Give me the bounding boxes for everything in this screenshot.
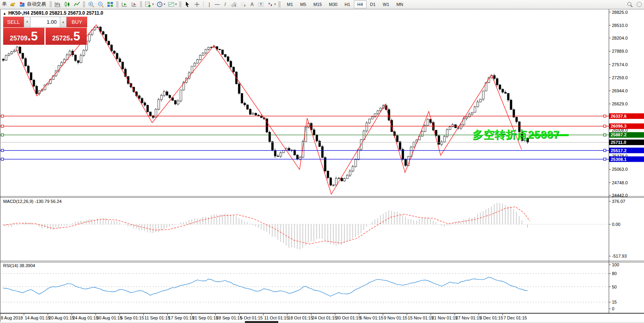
- scrollbar-thumb: [245, 321, 278, 323]
- dropdown-caret[interactable]: ▾: [152, 2, 154, 6]
- shapes-tool[interactable]: ▾: [266, 0, 277, 8]
- line-handle: [1, 158, 4, 161]
- one-click-trade-panel: SELL ▼ 1.00 ▲ BUY 25709.5 25725.5: [3, 17, 87, 45]
- candle-body: [80, 55, 82, 63]
- candle-body: [247, 105, 248, 109]
- gold-icon[interactable]: [8, 0, 17, 8]
- rsi-axis-label: 15: [612, 300, 617, 304]
- sell-price-button[interactable]: 25709.5: [3, 28, 44, 45]
- zoom-out-icon[interactable]: [96, 0, 105, 8]
- candle-body: [468, 114, 470, 117]
- volume-increase-button[interactable]: ▲: [60, 17, 67, 27]
- date-axis-label: 5 Sep 01:15: [120, 315, 144, 320]
- buy-button[interactable]: BUY: [67, 17, 87, 27]
- timeframe-button-m15[interactable]: M15: [310, 0, 325, 8]
- svg-text:E: E: [235, 4, 237, 7]
- auto-trading-button[interactable]: 自动交易: [17, 0, 48, 8]
- candle-body: [443, 136, 445, 142]
- sell-button[interactable]: SELL: [3, 17, 24, 27]
- trendline-tool[interactable]: /: [221, 0, 229, 8]
- timeframe-button-m1[interactable]: M1: [283, 0, 296, 8]
- candle-body: [227, 57, 229, 61]
- timeframe-button-mn[interactable]: MN: [393, 0, 407, 8]
- collapse-panel-icon[interactable]: ▲: [3, 11, 6, 15]
- timeframe-button-m30[interactable]: M30: [325, 0, 341, 8]
- price-tag-label: 26337.6: [611, 114, 627, 118]
- candle-body: [396, 136, 398, 141]
- candlestick-chart-icon[interactable]: [63, 0, 72, 8]
- candle-body: [252, 113, 254, 115]
- candle-body: [324, 157, 326, 171]
- line-chart-icon[interactable]: [72, 0, 82, 8]
- vertical-line-tool[interactable]: |: [205, 0, 213, 8]
- horizontal-line-tool[interactable]: —: [213, 0, 221, 8]
- date-axis-label: 5 Oct 01:15: [240, 315, 263, 320]
- candle-body: [427, 119, 429, 126]
- candle-body: [346, 175, 348, 178]
- grid-tool[interactable]: F: [239, 0, 248, 8]
- candle-body: [19, 47, 21, 53]
- rsi-indicator-label: RSI(14) 38.3904: [3, 263, 35, 268]
- candle-body: [338, 178, 340, 178]
- timeframe-button-h1[interactable]: H1: [341, 0, 354, 8]
- candle-body: [205, 49, 207, 53]
- date-axis-label: 8 Aug 2018: [1, 315, 23, 320]
- candle-body: [174, 100, 176, 104]
- candle-body: [255, 113, 257, 115]
- candle-body: [33, 80, 35, 86]
- date-axis-label: 24 Oct 01:15: [312, 315, 337, 320]
- candle-body: [199, 55, 201, 60]
- candle-body: [36, 86, 38, 94]
- search-icon[interactable]: [625, 0, 634, 8]
- zoom-in-icon[interactable]: [86, 0, 96, 8]
- timeframe-button-h4[interactable]: H4: [354, 0, 367, 8]
- candle-body: [158, 99, 160, 109]
- bar-chart-icon[interactable]: [53, 0, 63, 8]
- price-axis-label: 27259.0: [612, 75, 628, 80]
- new-order-button[interactable]: 单: [1, 1, 8, 8]
- annotation-text[interactable]: 多空转折点25887: [472, 128, 560, 142]
- chart-title[interactable]: ▲HK50-,H4 25691.0 25821.5 25673.0 25711.…: [3, 10, 103, 16]
- date-axis-label: 30 Oct 01:15: [336, 315, 361, 320]
- text-tool[interactable]: A: [248, 0, 256, 8]
- candle-body: [466, 117, 468, 118]
- candle-body: [13, 51, 15, 52]
- candle-body: [22, 53, 24, 58]
- candle-body: [149, 112, 151, 116]
- candle-body: [224, 54, 226, 57]
- chart-shift-icon[interactable]: [129, 0, 139, 8]
- price-axis-label: 25063.0: [612, 167, 628, 172]
- toolbar-grip: [83, 1, 85, 8]
- candle-body: [352, 166, 354, 171]
- fibonacci-tool[interactable]: E: [229, 0, 239, 8]
- indicators-icon[interactable]: ▾: [166, 0, 178, 8]
- timeframe-button-w1[interactable]: W1: [379, 0, 393, 8]
- crosshair-icon[interactable]: [192, 0, 202, 8]
- date-axis-label: 20 Aug 01:15: [49, 315, 75, 320]
- cursor-icon[interactable]: [183, 0, 192, 8]
- timeframe-button-d1[interactable]: D1: [367, 0, 379, 8]
- period-clock-icon[interactable]: ▾: [155, 0, 166, 8]
- chart-title-text: HK50-,H4 25691.0 25821.5 25673.0 25711.0: [8, 10, 103, 16]
- candle-body: [208, 47, 210, 49]
- help-icon[interactable]: [634, 0, 644, 8]
- line-handle: [1, 115, 4, 117]
- volume-decrease-button[interactable]: ▼: [24, 17, 31, 27]
- candle-body: [405, 159, 407, 165]
- label-tool[interactable]: T: [256, 0, 266, 8]
- macd-axis-label: 376.07: [612, 199, 625, 204]
- buy-price-button[interactable]: 25725.5: [46, 28, 87, 45]
- dropdown-caret[interactable]: ▾: [164, 2, 165, 6]
- new-chart-icon[interactable]: ▾: [143, 0, 155, 8]
- dropdown-caret[interactable]: ▾: [274, 2, 276, 6]
- svg-text:T: T: [260, 2, 262, 6]
- auto-scroll-icon[interactable]: [120, 0, 129, 8]
- candle-body: [499, 85, 501, 89]
- volume-input[interactable]: 1.00: [31, 17, 60, 27]
- date-axis-label: 9 Nov 01:15: [384, 315, 407, 320]
- chart-canvas[interactable]: 28825.028510.028204.027889.027574.027259…: [0, 0, 644, 323]
- dropdown-caret[interactable]: ▾: [175, 2, 177, 6]
- tile-windows-icon[interactable]: [105, 0, 115, 8]
- candle-body: [249, 109, 251, 115]
- timeframe-button-m5[interactable]: M5: [296, 0, 310, 8]
